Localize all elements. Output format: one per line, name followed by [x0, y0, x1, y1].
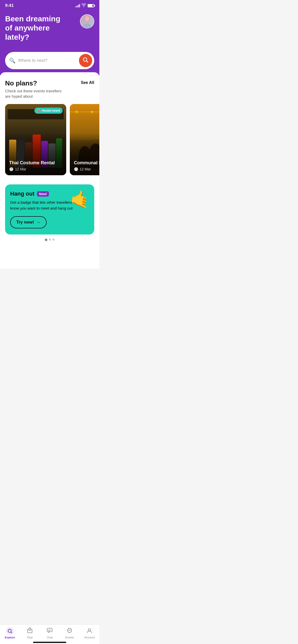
scroll-dots [5, 239, 94, 241]
try-now-button[interactable]: Try now! → [10, 216, 47, 228]
search-placeholder[interactable]: Where to next? [18, 58, 76, 63]
status-time: 9:41 [5, 3, 14, 8]
avatar[interactable] [80, 14, 94, 28]
section-subtitle: Check out these events travellers are hy… [5, 88, 64, 99]
search-section: 🔍 Where to next? [0, 52, 99, 75]
search-icon-left: 🔍 [9, 57, 16, 64]
page-title: Been dreaming of anywhere lately? [5, 14, 66, 42]
dot-2 [49, 239, 51, 241]
dot-1 [45, 239, 47, 241]
search-button-icon [83, 57, 88, 64]
no-plans-section: No plans? Check out these events travell… [5, 79, 94, 99]
hangout-card: Hang out New! Get a badge that lets othe… [5, 184, 94, 235]
section-text: No plans? Check out these events travell… [5, 79, 64, 99]
event-name-2: Communal Dinner [74, 160, 99, 166]
try-now-label: Try now! [16, 220, 34, 225]
hangout-title-row: Hang out New! [10, 191, 76, 197]
search-bar[interactable]: 🔍 Where to next? [5, 52, 94, 69]
see-all-button[interactable]: See All [81, 79, 94, 85]
wifi-icon [82, 4, 86, 8]
event-info-1: Thai Costume Rental 🕐 12 Mar [9, 160, 62, 171]
hang-loose-emoji: 🤙 [69, 188, 92, 210]
status-icons [75, 4, 94, 8]
signal-icon [75, 4, 80, 7]
event-info-2: Communal Dinner 🕐 12 Mar [74, 160, 99, 171]
hangout-description: Get a badge that lets other travellers k… [10, 200, 76, 211]
hangout-content: Hang out New! Get a badge that lets othe… [10, 191, 76, 228]
dot-3 [52, 239, 55, 241]
event-card-1[interactable]: 🏨 Hostel event Thai Costume Rental 🕐 12 … [5, 104, 66, 175]
hostel-icon: 🏨 [37, 109, 41, 112]
event-name-1: Thai Costume Rental [9, 160, 62, 166]
event-date-2: 🕐 12 Mar [74, 167, 99, 171]
main-content: No plans? Check out these events travell… [0, 72, 99, 269]
hangout-title: Hang out [10, 191, 34, 197]
event-date-1: 🕐 12 Mar [9, 167, 62, 171]
clock-icon-1: 🕐 [9, 167, 13, 171]
section-title: No plans? [5, 79, 64, 87]
event-card-2[interactable]: 🍽 Free Communal Dinner 🕐 12 Mar [70, 104, 99, 175]
header-section: Been dreaming of anywhere lately? [0, 10, 99, 52]
events-scroll: 🏨 Hostel event Thai Costume Rental 🕐 12 … [0, 104, 99, 177]
search-button[interactable] [79, 54, 92, 67]
status-bar: 9:41 [0, 0, 99, 10]
event-badge-1: 🏨 Hostel event [34, 108, 63, 114]
try-now-arrow: → [36, 220, 40, 225]
svg-point-1 [85, 16, 89, 21]
clock-icon-2: 🕐 [74, 167, 78, 171]
new-badge: New! [37, 191, 49, 197]
battery-icon [88, 4, 94, 7]
